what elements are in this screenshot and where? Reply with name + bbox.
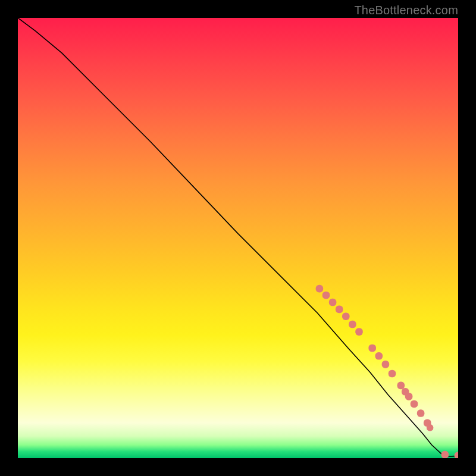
data-point <box>405 393 413 400</box>
data-point <box>402 388 409 396</box>
chart-svg <box>18 18 458 458</box>
plot-area <box>18 18 458 458</box>
bottleneck-curve <box>18 18 458 456</box>
data-point <box>389 370 396 378</box>
data-point <box>368 345 376 352</box>
data-point <box>424 419 431 427</box>
chart-frame: TheBottleneck.com <box>0 0 476 476</box>
data-point <box>355 328 363 336</box>
attribution-label: TheBottleneck.com <box>354 4 458 17</box>
data-point <box>342 312 350 320</box>
data-point <box>455 452 458 458</box>
data-point <box>427 424 433 431</box>
data-point <box>322 292 330 299</box>
data-point <box>329 299 337 306</box>
data-point <box>382 361 390 368</box>
data-point <box>375 352 383 360</box>
data-point <box>397 382 405 390</box>
data-point <box>316 285 324 293</box>
data-point <box>349 321 356 328</box>
data-point-group <box>316 285 458 458</box>
data-point <box>411 400 418 408</box>
data-point <box>336 306 343 314</box>
data-point <box>441 451 449 458</box>
data-point <box>417 409 425 417</box>
